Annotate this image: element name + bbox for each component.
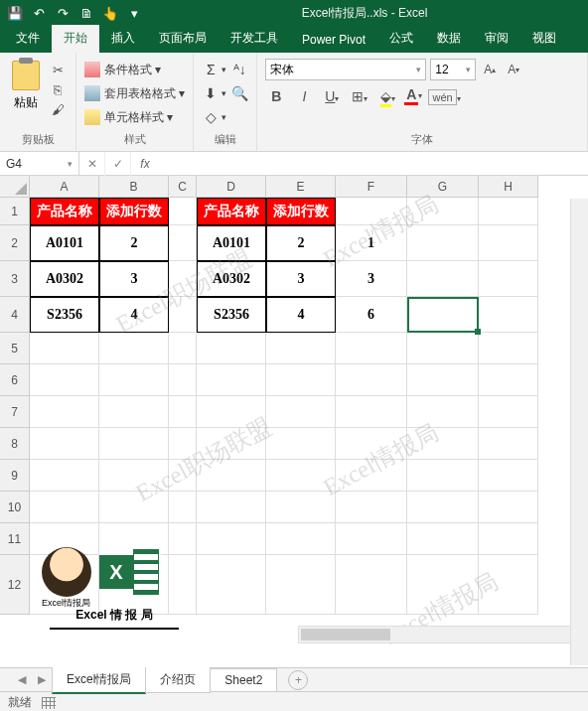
- tab-formulas[interactable]: 公式: [377, 25, 425, 53]
- cell-C5[interactable]: [169, 333, 197, 364]
- border-button[interactable]: ⊞▾: [349, 88, 370, 104]
- col-header-B[interactable]: B: [99, 176, 169, 198]
- increase-font-icon[interactable]: A▴: [480, 59, 500, 80]
- cell-G6[interactable]: [407, 364, 479, 396]
- cell-A1[interactable]: 产品名称: [30, 198, 99, 225]
- save-icon[interactable]: 💾: [4, 3, 26, 25]
- cell-E1[interactable]: 添加行数: [266, 198, 336, 225]
- cell-B6[interactable]: [99, 364, 169, 396]
- cell-F5[interactable]: [336, 333, 407, 364]
- cell-D10[interactable]: [197, 492, 266, 523]
- row-header-11[interactable]: 11: [0, 523, 30, 555]
- cell-styles-button[interactable]: 单元格样式 ▾: [84, 106, 185, 128]
- tab-data[interactable]: 数据: [425, 25, 473, 53]
- cell-G1[interactable]: [407, 198, 479, 225]
- cell-G7[interactable]: [407, 396, 479, 428]
- cell-E2[interactable]: 2: [266, 225, 336, 261]
- find-select-button[interactable]: 🔍: [230, 82, 248, 104]
- col-header-G[interactable]: G: [407, 176, 479, 198]
- row-header-3[interactable]: 3: [0, 261, 30, 297]
- cell-H11[interactable]: [479, 523, 538, 555]
- row-header-2[interactable]: 2: [0, 225, 30, 261]
- cell-B3[interactable]: 3: [99, 261, 169, 297]
- cell-F12[interactable]: [336, 555, 407, 615]
- clear-button[interactable]: ◇▾: [202, 106, 226, 128]
- cell-C7[interactable]: [169, 396, 197, 428]
- cell-C6[interactable]: [169, 364, 197, 396]
- cell-G5[interactable]: [407, 333, 479, 364]
- cell-F8[interactable]: [336, 428, 407, 460]
- cell-D2[interactable]: A0101: [197, 225, 266, 261]
- tab-insert[interactable]: 插入: [99, 25, 147, 53]
- cell-E4[interactable]: 4: [266, 297, 336, 333]
- cell-B7[interactable]: [99, 396, 169, 428]
- cell-H9[interactable]: [479, 460, 538, 492]
- cell-D7[interactable]: [197, 396, 266, 428]
- sheet-tab-1[interactable]: Excel情报局: [52, 666, 146, 694]
- row-headers[interactable]: 123456789101112: [0, 198, 30, 615]
- col-header-D[interactable]: D: [197, 176, 266, 198]
- bold-button[interactable]: B: [265, 88, 287, 104]
- cut-icon[interactable]: ✂: [48, 61, 68, 78]
- underline-button[interactable]: U▾: [321, 88, 343, 104]
- cell-D12[interactable]: [197, 555, 266, 615]
- tab-view[interactable]: 视图: [520, 25, 568, 53]
- font-name-select[interactable]: 宋体▾: [265, 59, 426, 80]
- cell-G3[interactable]: [407, 261, 479, 297]
- cell-A10[interactable]: [30, 492, 99, 523]
- vertical-scrollbar[interactable]: [570, 199, 588, 665]
- cell-B5[interactable]: [99, 333, 169, 364]
- cell-B2[interactable]: 2: [99, 225, 169, 261]
- row-header-7[interactable]: 7: [0, 396, 30, 428]
- qat-more-icon[interactable]: ▾: [123, 3, 145, 25]
- row-header-12[interactable]: 12: [0, 555, 30, 615]
- cell-H4[interactable]: [479, 297, 538, 333]
- formula-input[interactable]: [159, 152, 588, 175]
- row-header-9[interactable]: 9: [0, 460, 30, 492]
- font-size-select[interactable]: 12▾: [430, 59, 476, 80]
- cell-B9[interactable]: [99, 460, 169, 492]
- cell-F11[interactable]: [336, 523, 407, 555]
- tab-developer[interactable]: 开发工具: [219, 25, 290, 53]
- cell-C1[interactable]: [169, 198, 197, 225]
- cell-H3[interactable]: [479, 261, 538, 297]
- cell-H12[interactable]: [479, 555, 538, 615]
- cell-D11[interactable]: [197, 523, 266, 555]
- cell-F7[interactable]: [336, 396, 407, 428]
- cell-E5[interactable]: [266, 333, 336, 364]
- fx-icon[interactable]: fx: [131, 152, 159, 175]
- confirm-formula-icon[interactable]: ✓: [105, 152, 131, 176]
- tab-home[interactable]: 开始: [52, 25, 99, 53]
- col-header-H[interactable]: H: [479, 176, 538, 198]
- tab-review[interactable]: 审阅: [473, 25, 520, 53]
- cell-A5[interactable]: [30, 333, 99, 364]
- cell-G2[interactable]: [407, 225, 479, 261]
- format-as-table-button[interactable]: 套用表格格式 ▾: [84, 82, 185, 104]
- cell-F6[interactable]: [336, 364, 407, 396]
- select-all-button[interactable]: [0, 176, 30, 198]
- cell-B10[interactable]: [99, 492, 169, 523]
- font-color-button[interactable]: A▾: [404, 86, 422, 105]
- cell-E3[interactable]: 3: [266, 261, 336, 297]
- cell-E6[interactable]: [266, 364, 336, 396]
- cell-G8[interactable]: [407, 428, 479, 460]
- col-header-A[interactable]: A: [30, 176, 99, 198]
- cell-E9[interactable]: [266, 460, 336, 492]
- cell-D9[interactable]: [197, 460, 266, 492]
- cell-E12[interactable]: [266, 555, 336, 615]
- cell-A7[interactable]: [30, 396, 99, 428]
- cell-B8[interactable]: [99, 428, 169, 460]
- tab-power-pivot[interactable]: Power Pivot: [290, 28, 377, 53]
- conditional-format-button[interactable]: 条件格式 ▾: [84, 59, 185, 80]
- phonetic-button[interactable]: wén▾: [428, 88, 450, 104]
- fill-button[interactable]: ⬇▾: [202, 82, 226, 104]
- cell-E7[interactable]: [266, 396, 336, 428]
- name-box[interactable]: G4▾: [0, 152, 79, 175]
- cell-D8[interactable]: [197, 428, 266, 460]
- cell-C2[interactable]: [169, 225, 197, 261]
- cell-F10[interactable]: [336, 492, 407, 523]
- cell-H10[interactable]: [479, 492, 538, 523]
- cell-C9[interactable]: [169, 460, 197, 492]
- horizontal-scrollbar[interactable]: [298, 626, 586, 643]
- cell-A6[interactable]: [30, 364, 99, 396]
